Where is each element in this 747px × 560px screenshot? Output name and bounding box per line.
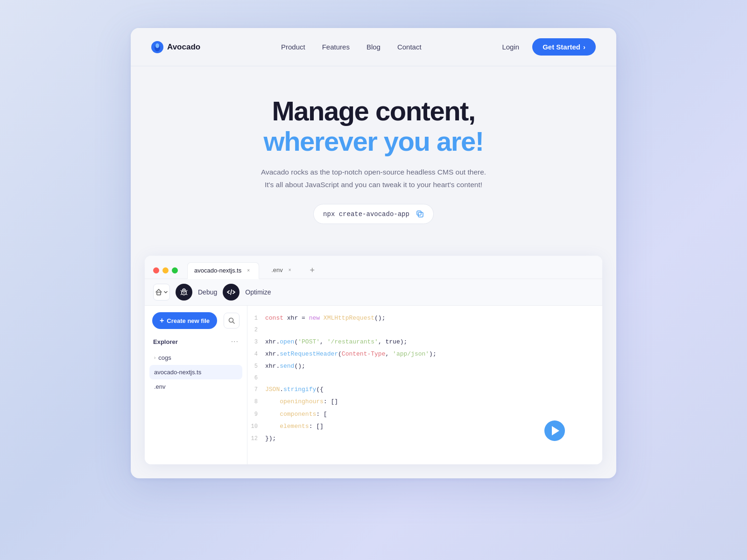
home-button[interactable] [153, 284, 170, 301]
code-line-4: 4 xhr.setRequestHeader(Content-Type, 'ap… [247, 348, 602, 360]
svg-rect-5 [157, 292, 161, 295]
tab-env[interactable]: .env × [265, 263, 300, 279]
nav-blog[interactable]: Blog [366, 43, 381, 51]
optimize-button[interactable]: Optimize [245, 288, 271, 296]
add-tab-button[interactable]: + [306, 264, 319, 277]
create-new-file-button[interactable]: + Create new file [152, 312, 217, 329]
copy-icon [416, 210, 424, 218]
title-bar: avocado-nextjs.ts × .env × + [145, 256, 602, 279]
chevron-down-icon [163, 290, 168, 294]
play-icon [552, 426, 559, 435]
code-line-3: 3 xhr.open('POST', '/restaurants', true)… [247, 336, 602, 348]
main-content: + Create new file Explorer ··· › [145, 306, 602, 464]
optimize-avatar[interactable] [223, 284, 240, 301]
nav-right: Login Get Started › [502, 38, 596, 56]
tab-avocado-nextjs[interactable]: avocado-nextjs.ts × [187, 262, 259, 279]
sidebar: + Create new file Explorer ··· › [145, 306, 247, 464]
bug-icon [180, 288, 188, 296]
app-window: avocado-nextjs.ts × .env × + [145, 256, 602, 464]
tab-close-avocado[interactable]: × [245, 266, 252, 274]
logo-text: Avocado [167, 42, 200, 52]
more-options-button[interactable]: ··· [231, 337, 239, 346]
nav-product[interactable]: Product [281, 43, 305, 51]
code-editor: 1 const xhr = new XMLHttpRequest(); 2 3 … [247, 306, 602, 464]
sidebar-top: + Create new file [149, 312, 242, 329]
code-icon [227, 288, 235, 296]
toolbar: Debug Optimize [145, 279, 602, 306]
debug-avatar[interactable] [176, 284, 192, 301]
code-line-6: 6 [247, 372, 602, 384]
traffic-lights [153, 267, 178, 273]
search-icon [228, 317, 235, 324]
code-line-8: 8 openinghours: [] [247, 396, 602, 408]
browser-window: Avocado Product Features Blog Contact Lo… [131, 28, 616, 478]
copy-button[interactable] [416, 210, 424, 218]
play-button[interactable] [544, 420, 565, 441]
file-cogs[interactable]: › cogs [149, 350, 242, 365]
file-avocado-nextjs[interactable]: avocado-nextjs.ts [149, 365, 242, 379]
hero-title-line1: Manage content, [272, 96, 475, 126]
code-line-7: 7 JSON.stringify({ [247, 384, 602, 396]
close-light[interactable] [153, 267, 159, 273]
login-button[interactable]: Login [502, 43, 519, 51]
code-line-9: 9 components: [ [247, 408, 602, 420]
plus-icon: + [160, 316, 164, 325]
maximize-light[interactable] [172, 267, 178, 273]
arrow-icon: › [583, 43, 585, 51]
nav-links: Product Features Blog Contact [281, 43, 422, 51]
nav-contact[interactable]: Contact [397, 43, 422, 51]
explorer-label: Explorer [153, 338, 178, 345]
code-command-text: npx create-avocado-app [323, 210, 409, 218]
file-env[interactable]: .env [149, 379, 242, 394]
tab-close-env[interactable]: × [286, 266, 294, 274]
svg-rect-4 [417, 211, 421, 215]
nav-features[interactable]: Features [322, 43, 350, 51]
logo-icon [151, 41, 163, 53]
hero-title: Manage content, wherever you are! [149, 96, 598, 157]
minimize-light[interactable] [162, 267, 169, 273]
svg-point-2 [155, 43, 159, 48]
code-command-pill: npx create-avocado-app [313, 204, 434, 224]
explorer-header: Explorer ··· [149, 335, 242, 349]
hero-title-line2: wherever you are! [149, 126, 598, 157]
get-started-button[interactable]: Get Started › [532, 38, 596, 56]
code-line-2: 2 [247, 324, 602, 336]
code-line-5: 5 xhr.send(); [247, 360, 602, 372]
home-icon [155, 288, 162, 296]
hero-section: Manage content, wherever you are! Avacad… [131, 66, 616, 243]
hero-subtitle: Avacado rocks as the top-notch open-sour… [149, 166, 598, 191]
debug-button[interactable]: Debug [198, 288, 217, 296]
search-button[interactable] [224, 313, 240, 329]
code-line-1: 1 const xhr = new XMLHttpRequest(); [247, 312, 602, 324]
logo[interactable]: Avocado [151, 41, 200, 53]
chevron-right-icon: › [154, 355, 155, 360]
navigation: Avocado Product Features Blog Contact Lo… [131, 28, 616, 66]
